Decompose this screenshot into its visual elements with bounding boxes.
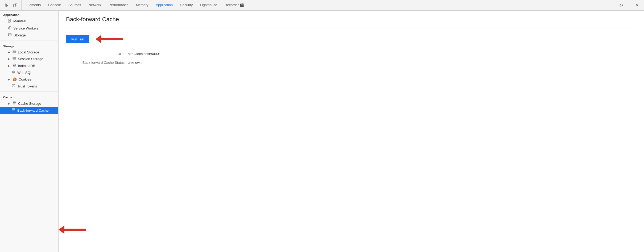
expand-cache-storage-icon: ▶ [8, 102, 10, 105]
sidebar-item-cookies[interactable]: ▶ 🍪 Cookies [0, 76, 58, 83]
svg-rect-0 [14, 4, 16, 7]
tab-lighthouse[interactable]: Lighthouse [196, 0, 221, 10]
sidebar-section-cache: Cache [0, 93, 58, 100]
content-area: Back-forward Cache Run Test URL http://l… [59, 11, 644, 252]
url-label: URL [77, 52, 125, 56]
svg-point-17 [13, 64, 16, 65]
sidebar-item-trust-tokens[interactable]: Trust Tokens [0, 83, 58, 90]
session-storage-label: Session Storage [18, 57, 43, 61]
sidebar-item-service-workers[interactable]: Service Workers [0, 25, 58, 32]
svg-point-20 [13, 102, 16, 103]
sidebar: Application Manifest Service Workers Sto… [0, 11, 59, 252]
page-title: Back-forward Cache [66, 16, 637, 23]
sidebar-item-indexeddb[interactable]: ▶ IndexedDB [0, 62, 58, 69]
service-workers-label: Service Workers [13, 26, 39, 30]
svg-rect-16 [13, 58, 16, 59]
sidebar-item-cache-storage[interactable]: ▶ Cache Storage [0, 100, 58, 107]
cache-status-label: Back-forward Cache Status [77, 61, 125, 65]
url-value: http://localhost:5000/ [128, 52, 160, 56]
local-storage-label: Local Storage [18, 50, 39, 54]
svg-point-18 [12, 71, 15, 72]
more-options-icon[interactable]: ⋮ [625, 2, 633, 9]
cookies-label: Cookies [19, 77, 31, 81]
toolbar-left-icons [1, 0, 22, 10]
svg-point-19 [12, 84, 15, 85]
toolbar-right-icons: ⚙ ⋮ ✕ [615, 0, 643, 10]
sidebar-divider-2 [0, 91, 58, 91]
cache-status-value: unknown [128, 61, 142, 65]
back-forward-cache-icon [12, 108, 15, 112]
tab-performance[interactable]: Performance [105, 0, 132, 10]
arrow-body [101, 38, 123, 40]
session-storage-icon [13, 57, 16, 61]
sidebar-item-storage[interactable]: Storage [0, 32, 58, 39]
web-sql-icon [12, 70, 15, 75]
tab-console[interactable]: Console [44, 0, 65, 10]
main-layout: Application Manifest Service Workers Sto… [0, 11, 644, 252]
sidebar-item-web-sql[interactable]: Web SQL [0, 69, 58, 76]
tab-sources[interactable]: Sources [65, 0, 85, 10]
svg-point-21 [12, 108, 15, 110]
expand-local-storage-icon: ▶ [8, 51, 10, 54]
content-divider [66, 27, 637, 27]
arrow-head [96, 35, 101, 43]
cache-storage-icon [13, 101, 16, 106]
svg-rect-13 [13, 51, 16, 52]
svg-rect-15 [13, 57, 16, 58]
svg-rect-1 [15, 4, 17, 6]
svg-point-7 [9, 27, 10, 28]
manifest-icon [8, 19, 11, 23]
settings-icon[interactable]: ⚙ [617, 2, 625, 9]
toolbar-tabs: Elements Console Sources Network Perform… [23, 0, 614, 10]
storage-icon [8, 33, 12, 37]
service-workers-icon [8, 26, 11, 30]
sidebar-item-session-storage[interactable]: ▶ Session Storage [0, 56, 58, 62]
svg-point-12 [9, 33, 11, 34]
cache-storage-label: Cache Storage [18, 102, 41, 106]
tab-recorder[interactable]: Recorder 🎬 [221, 0, 248, 10]
tab-elements[interactable]: Elements [23, 0, 44, 10]
tab-security[interactable]: Security [176, 0, 196, 10]
cookies-icon: 🍪 [13, 77, 17, 81]
expand-session-storage-icon: ▶ [8, 57, 10, 60]
local-storage-icon [13, 50, 16, 54]
manifest-label: Manifest [13, 19, 26, 23]
url-row: URL http://localhost:5000/ [66, 52, 637, 56]
svg-rect-14 [13, 52, 16, 53]
cache-status-row: Back-forward Cache Status unknown [66, 61, 637, 65]
run-test-row: Run Test [66, 35, 637, 43]
expand-cookies-icon: ▶ [8, 78, 10, 81]
run-test-arrow [96, 35, 123, 43]
sidebar-item-manifest[interactable]: Manifest [0, 18, 58, 25]
sidebar-divider-1 [0, 40, 58, 40]
indexeddb-label: IndexedDB [18, 64, 35, 68]
trust-tokens-icon [12, 84, 15, 88]
storage-label: Storage [14, 33, 26, 37]
sidebar-item-local-storage[interactable]: ▶ Local Storage [0, 49, 58, 56]
sidebar-section-storage: Storage [0, 42, 58, 49]
tab-network[interactable]: Network [85, 0, 105, 10]
indexeddb-icon [13, 64, 16, 68]
toolbar: Elements Console Sources Network Perform… [0, 0, 644, 11]
sidebar-section-application: Application [0, 11, 58, 18]
expand-indexeddb-icon: ▶ [8, 64, 10, 67]
run-test-button[interactable]: Run Test [66, 35, 89, 43]
tab-application[interactable]: Application [152, 0, 177, 10]
back-forward-cache-label: Back-forward Cache [17, 108, 49, 112]
close-devtools-icon[interactable]: ✕ [633, 2, 641, 9]
sidebar-item-back-forward-cache[interactable]: Back-forward Cache [0, 107, 58, 114]
trust-tokens-label: Trust Tokens [17, 84, 37, 88]
cursor-icon[interactable] [3, 2, 11, 9]
device-toggle-icon[interactable] [12, 2, 19, 9]
web-sql-label: Web SQL [17, 71, 32, 75]
tab-memory[interactable]: Memory [132, 0, 152, 10]
